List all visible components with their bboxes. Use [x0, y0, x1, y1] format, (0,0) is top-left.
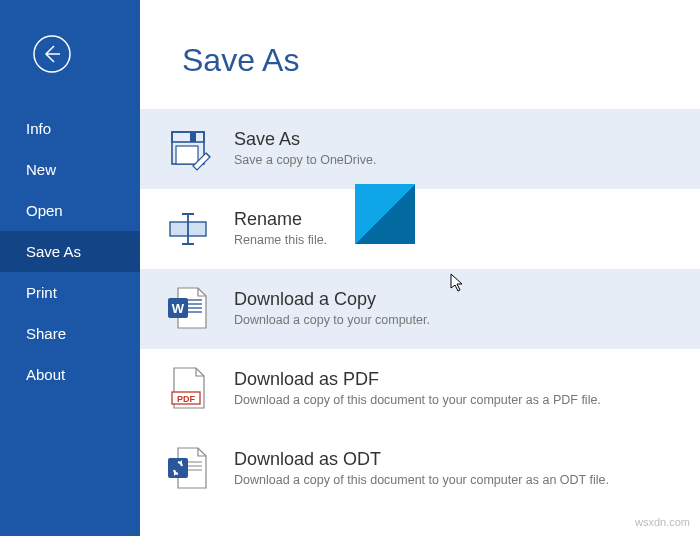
option-text: Rename Rename this file.: [234, 209, 680, 247]
back-button[interactable]: [28, 30, 76, 78]
back-arrow-icon: [32, 34, 72, 74]
sidebar: Info New Open Save As Print Share About: [0, 0, 140, 536]
sidebar-item-share[interactable]: Share: [0, 313, 140, 354]
sidebar-item-new[interactable]: New: [0, 149, 140, 190]
option-text: Save As Save a copy to OneDrive.: [234, 129, 680, 167]
option-desc: Download a copy of this document to your…: [234, 393, 680, 407]
svg-text:W: W: [172, 301, 185, 316]
option-rename[interactable]: Rename Rename this file.: [140, 189, 700, 269]
option-title: Download as ODT: [234, 449, 680, 470]
option-text: Download a Copy Download a copy to your …: [234, 289, 680, 327]
sidebar-item-about[interactable]: About: [0, 354, 140, 395]
sidebar-item-info[interactable]: Info: [0, 108, 140, 149]
option-save-as[interactable]: Save As Save a copy to OneDrive.: [140, 109, 700, 189]
option-title: Download as PDF: [234, 369, 680, 390]
option-download-copy[interactable]: W Download a Copy Download a copy to you…: [140, 269, 700, 349]
sidebar-item-open[interactable]: Open: [0, 190, 140, 231]
option-list: Save As Save a copy to OneDrive. Rename …: [140, 109, 700, 509]
option-download-pdf[interactable]: PDF Download as PDF Download a copy of t…: [140, 349, 700, 429]
option-download-odt[interactable]: Download as ODT Download a copy of this …: [140, 429, 700, 509]
pdf-doc-icon: PDF: [160, 360, 216, 416]
sidebar-item-saveas[interactable]: Save As: [0, 231, 140, 272]
option-title: Rename: [234, 209, 680, 230]
save-icon: [160, 120, 216, 176]
rename-icon: [160, 200, 216, 256]
svg-rect-18: [168, 458, 188, 478]
option-desc: Download a copy of this document to your…: [234, 473, 680, 487]
option-title: Download a Copy: [234, 289, 680, 310]
option-text: Download as ODT Download a copy of this …: [234, 449, 680, 487]
sidebar-item-print[interactable]: Print: [0, 272, 140, 313]
option-desc: Download a copy to your computer.: [234, 313, 680, 327]
odt-doc-icon: [160, 440, 216, 496]
svg-rect-3: [190, 132, 196, 142]
word-doc-icon: W: [160, 280, 216, 336]
page-title: Save As: [140, 0, 700, 109]
option-text: Download as PDF Download a copy of this …: [234, 369, 680, 407]
option-title: Save As: [234, 129, 680, 150]
svg-text:PDF: PDF: [177, 394, 196, 404]
main-panel: Save As Save As Save a copy to OneDrive.: [140, 0, 700, 536]
svg-rect-4: [176, 146, 198, 164]
svg-rect-2: [172, 132, 204, 142]
option-desc: Rename this file.: [234, 233, 680, 247]
option-desc: Save a copy to OneDrive.: [234, 153, 680, 167]
